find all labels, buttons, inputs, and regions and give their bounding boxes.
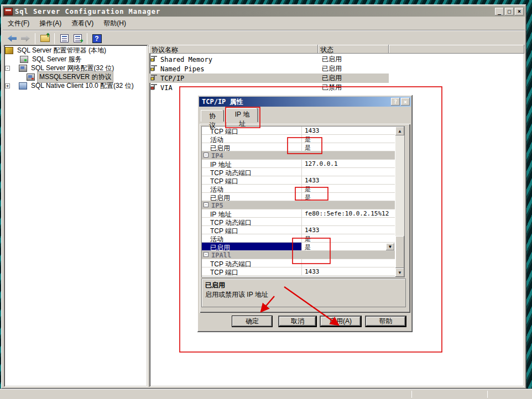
forward-icon[interactable]	[19, 33, 32, 45]
tree-expander-icon[interactable]: -	[5, 66, 10, 71]
config-manager-icon	[5, 47, 13, 54]
dropdown-icon[interactable]: ▼	[386, 243, 394, 250]
toolbar-separator	[35, 33, 35, 44]
grid-property-label: TCP 端口	[202, 267, 302, 275]
grid-section-ip4[interactable]: -IP4	[202, 151, 395, 160]
protocol-icon	[150, 65, 158, 73]
grid-property-value[interactable]: 是	[302, 234, 395, 242]
grid-property-value[interactable]: fe80::5efe:10.0.2.15%12	[302, 209, 395, 217]
cancel-button[interactable]: 取消	[278, 316, 317, 327]
minimize-button[interactable]: _	[495, 8, 504, 15]
grid-property-row[interactable]: 已启用是▼	[202, 243, 395, 251]
toolbar-separator	[87, 33, 87, 44]
window-title: Sql Server Configuration Manager	[15, 8, 160, 15]
properties-icon[interactable]	[58, 33, 70, 45]
grid-property-row[interactable]: 活动是	[202, 185, 395, 193]
grid-property-value[interactable]: 1433	[302, 176, 395, 184]
grid-property-value[interactable]	[302, 259, 395, 267]
grid-property-row[interactable]: TCP 动态端口	[202, 259, 395, 267]
grid-property-row[interactable]: TCP 动态端口	[202, 168, 395, 176]
grid-property-value[interactable]: 1433	[302, 127, 395, 134]
grid-property-row[interactable]: 已启用是	[202, 143, 395, 151]
grid-property-value[interactable]: 1433	[302, 267, 395, 275]
menu-item-file[interactable]: 文件(F)	[3, 17, 34, 30]
close-button[interactable]: ×	[515, 8, 524, 15]
dialog-title-bar[interactable]: TCP/IP 属性 ? ×	[199, 97, 411, 107]
collapse-icon[interactable]: -	[204, 153, 208, 158]
menu-item-help[interactable]: 帮助(H)	[98, 17, 131, 30]
grid-property-value[interactable]: 是▼	[302, 243, 395, 250]
menu-item-view[interactable]: 查看(V)	[66, 17, 98, 30]
scroll-thumb[interactable]	[395, 236, 404, 268]
tcpip-properties-dialog: TCP/IP 属性 ? × TCP 端口1433活动是已启用是-IP4IP 地址…	[197, 95, 413, 332]
tree-item-sql-native-client-config[interactable]: +SQL Native Client 10.0 配置(32 位)	[5, 81, 135, 90]
protocol-row[interactable]: VIA已禁用	[149, 83, 524, 92]
grid-property-row[interactable]: TCP 动态端口	[202, 218, 395, 226]
protocol-status: 已启用	[322, 64, 342, 74]
protocol-status: 已启用	[322, 55, 342, 64]
collapse-icon[interactable]: -	[204, 252, 208, 257]
column-protocol-name[interactable]: 协议名称	[149, 45, 318, 54]
scroll-up-icon[interactable]: ▲	[395, 127, 404, 135]
grid-property-row[interactable]: 已启用是	[202, 193, 395, 201]
dialog-help-icon[interactable]: ?	[391, 98, 400, 106]
taskbar-divider	[487, 391, 488, 398]
description-title: 已启用	[205, 281, 402, 290]
grid-section-ip5[interactable]: -IP5	[202, 201, 395, 209]
grid-property-value[interactable]: 是	[302, 185, 395, 192]
console-tree-pane: SQL Server 配置管理器 (本地)SQL Server 服务-SQL S…	[4, 45, 148, 387]
grid-property-label: TCP 动态端口	[202, 218, 302, 225]
grid-property-value[interactable]: 是	[302, 143, 395, 151]
up-folder-icon[interactable]	[39, 33, 51, 45]
protocol-row[interactable]: Named Pipes已启用	[149, 64, 524, 74]
protocol-icon	[150, 74, 158, 82]
services-icon	[20, 56, 28, 63]
grid-property-row[interactable]: TCP 端口1433	[202, 176, 395, 185]
tree-expander-icon[interactable]: +	[5, 83, 10, 88]
protocol-status: 已启用	[322, 74, 342, 83]
protocol-row[interactable]: Shared Memory已启用	[149, 55, 524, 64]
apply-button[interactable]: 应用(A)	[320, 316, 362, 327]
column-status[interactable]: 状态	[318, 45, 389, 54]
back-icon[interactable]	[6, 33, 18, 45]
maximize-button[interactable]: □	[505, 8, 514, 15]
property-description: 已启用 启用或禁用该 IP 地址	[201, 279, 406, 307]
grid-property-row[interactable]: TCP 端口1433	[202, 226, 395, 234]
scroll-down-icon[interactable]: ▼	[395, 268, 404, 277]
grid-section-ipall[interactable]: -IPAll	[202, 251, 395, 259]
title-bar[interactable]: Sql Server Configuration Manager _ □ ×	[3, 6, 525, 17]
protocols-icon	[27, 74, 35, 81]
tab-protocol[interactable]: 协议	[201, 110, 224, 122]
grid-property-value[interactable]: 是	[302, 193, 395, 201]
grid-property-label: 活动	[202, 234, 302, 242]
grid-property-value[interactable]	[302, 218, 395, 225]
protocol-row[interactable]: TCP/IP已启用	[149, 74, 389, 83]
description-text: 启用或禁用该 IP 地址	[205, 290, 402, 300]
grid-scrollbar[interactable]: ▲ ▼	[395, 127, 404, 277]
grid-property-value[interactable]: 127.0.0.1	[302, 160, 395, 167]
grid-property-row[interactable]: 活动是	[202, 234, 395, 243]
menu-bar: 文件(F)操作(A)查看(V)帮助(H)	[3, 17, 525, 30]
dialog-close-icon[interactable]: ×	[401, 98, 410, 106]
ok-button[interactable]: 确定	[232, 316, 273, 327]
help-button[interactable]: 帮助	[365, 316, 406, 327]
protocol-status: 已禁用	[322, 83, 342, 92]
taskbar[interactable]	[0, 389, 532, 399]
collapse-icon[interactable]: -	[204, 202, 208, 207]
help-icon[interactable]: ?	[91, 33, 103, 45]
grid-property-value[interactable]	[302, 168, 395, 176]
grid-property-value[interactable]: 1433	[302, 226, 395, 234]
grid-property-row[interactable]: TCP 端口1433	[202, 127, 395, 135]
grid-property-value[interactable]: 是	[302, 135, 395, 143]
desktop: Sql Server Configuration Manager _ □ × 文…	[0, 0, 532, 399]
grid-property-row[interactable]: TCP 端口1433	[202, 267, 395, 276]
menu-item-action[interactable]: 操作(A)	[34, 17, 66, 30]
grid-property-row[interactable]: 活动是	[202, 135, 395, 143]
grid-section-label: IP5	[211, 201, 223, 209]
grid-property-row[interactable]: IP 地址127.0.0.1	[202, 160, 395, 168]
tab-ip-address[interactable]: IP 地址	[226, 108, 258, 122]
grid-property-row[interactable]: IP 地址fe80::5efe:10.0.2.15%12	[202, 209, 395, 218]
export-list-icon[interactable]	[71, 33, 84, 45]
grid-property-label: 已启用	[202, 243, 302, 250]
protocol-name: VIA	[160, 84, 173, 92]
